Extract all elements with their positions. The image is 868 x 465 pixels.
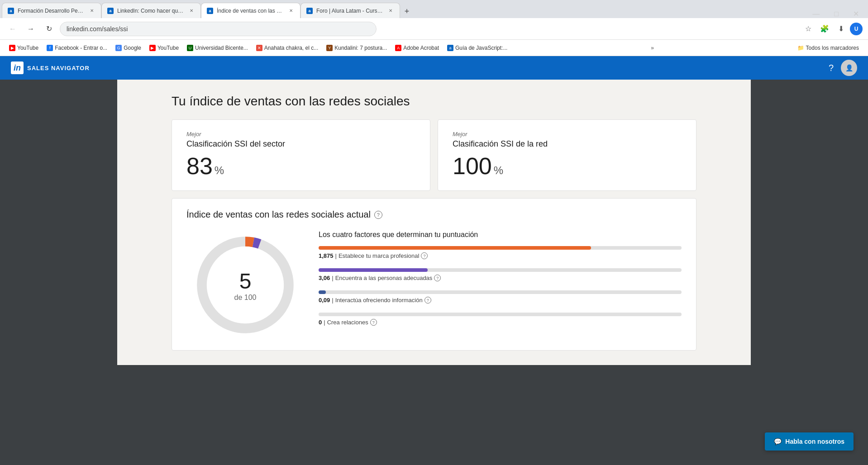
tab-favicon-3: a [207,8,213,14]
bookmark-6[interactable]: ✕ Anahata chakra, el c... [253,43,322,53]
forward-button[interactable]: → [24,22,38,36]
linkedin-logo[interactable]: in SALES NAVIGATOR [11,62,90,74]
linkedin-app: in SALES NAVIGATOR ? 👤 Tu índice de vent… [0,56,868,365]
tab-title-4: Foro | Alura Latam - Cursos on... [316,8,383,14]
factor-bar-bg-2 [319,268,682,272]
bookmark-favicon-7: Y [326,45,333,51]
ssi-cards-row: Mejor Clasificación SSI del sector 83 % … [172,119,696,191]
new-tab-button[interactable]: + [400,5,414,18]
ssi-content: 5 de 100 Los cuatro factores que determi… [186,231,682,339]
factor-desc-2: Encuentra a las personas adecuadas [335,275,433,281]
help-icon[interactable]: ? [829,63,834,73]
factor-item-3: 0,09 | Interactúa ofreciendo información… [319,290,682,304]
factor-value-3: 0,09 [319,297,330,304]
factor-item-1: 1,875 | Establece tu marca profesional ? [319,246,682,259]
factor-sep-4: | [324,319,325,326]
tab-close-4[interactable]: ✕ [387,7,394,14]
bookmark-star-icon[interactable]: ☆ [801,22,816,36]
bookmark-label-7: Kundalini: 7 postura... [334,45,387,51]
tab-favicon-1: a [8,8,14,14]
factor-desc-4: Crea relaciones [327,319,368,326]
browser-tab-2[interactable]: a LinkedIn: Como hacer que tu p... ✕ [101,3,201,18]
factor-help-icon-3[interactable]: ? [424,297,431,304]
reload-button[interactable]: ↻ [42,22,56,36]
bookmarks-folder[interactable]: 📁 Todos los marcadores [794,43,863,53]
bookmarks-more-button[interactable]: » [648,43,657,53]
tab-favicon-4: a [306,8,313,14]
browser-tab-4[interactable]: a Foro | Alura Latam - Cursos on... ✕ [300,3,400,18]
factor-value-2: 3,06 [319,275,330,281]
bookmark-9[interactable]: a Guía de JavaScript:... [444,43,511,53]
factor-desc-1: Establece tu marca profesional [339,252,419,259]
bookmark-label-6: Anahata chakra, el c... [264,45,318,51]
network-card-title: Clasificación SSI de la red [453,139,682,149]
sector-card-value: 83 % [186,152,415,180]
tab-title-3: Índice de ventas con las redes... [217,8,284,14]
bookmark-1[interactable]: ▶ YouTube [5,43,42,53]
tab-close-1[interactable]: ✕ [88,7,95,14]
sector-card-title: Clasificación SSI del sector [186,139,415,149]
bookmark-label-1: YouTube [17,45,38,51]
download-icon[interactable]: ⬇ [834,22,848,36]
close-button[interactable]: ✕ [849,9,863,18]
bookmark-5[interactable]: U Universidad Bicente... [183,43,252,53]
bookmark-label-2: Facebook - Entrar o... [55,45,107,51]
factor-value-4: 0 [319,319,322,326]
donut-chart-container: 5 de 100 [186,231,304,339]
network-card-value: 100 % [453,152,682,180]
donut-center: 5 de 100 [234,269,257,302]
donut-of: de 100 [234,294,257,302]
factor-help-icon-4[interactable]: ? [370,319,377,326]
user-avatar[interactable]: 👤 [841,60,857,76]
bookmark-label-9: Guía de JavaScript:... [455,45,507,51]
ssi-main-title: Índice de ventas con las redes sociales … [186,209,682,220]
tab-close-3[interactable]: ✕ [287,7,295,14]
network-unit: % [494,164,503,177]
url-text: linkedin.com/sales/ssi [67,25,128,33]
url-bar[interactable]: linkedin.com/sales/ssi [60,22,377,36]
sector-score: 83 [186,152,213,180]
ssi-main-section: Índice de ventas con las redes sociales … [172,198,696,351]
sector-card: Mejor Clasificación SSI del sector 83 % [172,119,430,191]
back-button[interactable]: ← [5,22,20,36]
address-bar: ← → ↻ linkedin.com/sales/ssi ☆ 🧩 ⬇ U [0,18,868,40]
bookmark-favicon-3: G [115,45,122,51]
browser-tab-3[interactable]: a Índice de ventas con las redes... ✕ [201,3,300,18]
bookmark-2[interactable]: f Facebook - Entrar o... [43,43,111,53]
bookmark-8[interactable]: A Adobe Acrobat [391,43,443,53]
browser-frame: a Formación Desarrollo Personal... ✕ a L… [0,0,868,465]
factor-sep-2: | [332,275,333,281]
chat-button[interactable]: 💬 Habla con nosotros [765,432,854,451]
factor-bar-2 [319,268,428,272]
extensions-icon[interactable]: 🧩 [817,22,832,36]
tab-title-1: Formación Desarrollo Personal... [18,8,85,14]
browser-tab-1[interactable]: a Formación Desarrollo Personal... ✕ [2,3,101,18]
factor-label-3: 0,09 | Interactúa ofreciendo información… [319,297,682,304]
factor-help-icon-2[interactable]: ? [434,275,441,281]
factor-help-icon-1[interactable]: ? [421,252,428,259]
bookmarks-bar: ▶ YouTube f Facebook - Entrar o... G Goo… [0,40,868,56]
bookmark-7[interactable]: Y Kundalini: 7 postura... [323,43,391,53]
main-content: Tu índice de ventas con las redes social… [117,80,751,365]
profile-avatar[interactable]: U [850,23,863,35]
donut-score: 5 [234,269,257,294]
tab-bar: a Formación Desarrollo Personal... ✕ a L… [0,0,868,18]
sector-card-label: Mejor [186,131,415,138]
bookmark-3[interactable]: G Google [112,43,145,53]
linkedin-header: in SALES NAVIGATOR ? 👤 [0,56,868,80]
factor-item-2: 3,06 | Encuentra a las personas adecuada… [319,268,682,281]
factor-sep-3: | [332,297,333,304]
address-actions: ☆ 🧩 ⬇ U [801,22,863,36]
factor-bar-bg-1 [319,246,682,250]
bookmark-label-5: Universidad Bicente... [195,45,248,51]
minimize-button[interactable]: — [809,10,823,18]
tab-close-2[interactable]: ✕ [188,7,195,14]
tab-title-2: LinkedIn: Como hacer que tu p... [117,8,184,14]
folder-icon: 📁 [797,45,804,51]
bookmark-4[interactable]: ▶ YouTube [146,43,182,53]
maximize-button[interactable]: □ [830,10,842,18]
ssi-help-icon[interactable]: ? [374,211,382,219]
bookmark-favicon-6: ✕ [256,45,262,51]
factor-bar-1 [319,246,591,250]
folder-label: Todos los marcadores [806,45,859,51]
